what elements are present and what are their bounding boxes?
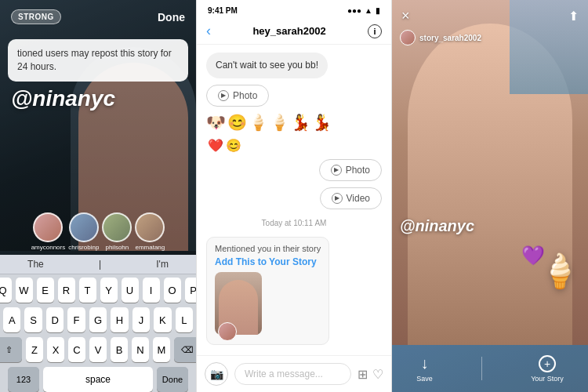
add-story-link[interactable]: Add This to Your Story — [215, 256, 321, 267]
dm-username: hey_sarah2002 — [217, 25, 361, 37]
key-p[interactable]: P — [185, 278, 197, 303]
key-space[interactable]: space — [43, 367, 153, 392]
key-b[interactable]: B — [111, 337, 128, 362]
key-f[interactable]: F — [67, 307, 85, 332]
key-numbers[interactable]: 123 — [8, 367, 39, 392]
mention-text: Mentioned you in their story — [215, 244, 321, 253]
photo-button-received[interactable]: ▶ Photo — [206, 85, 269, 107]
key-d[interactable]: D — [46, 307, 64, 332]
close-button[interactable]: × — [401, 8, 410, 24]
add-circle-icon: + — [539, 355, 556, 372]
key-u[interactable]: U — [122, 278, 139, 303]
message-input-bar: 📷 Write a message... ⊞ ♡ — [197, 355, 391, 392]
panel-story-mention: STRONG Done tioned users may repost this… — [0, 0, 196, 392]
media-icon-btn[interactable]: ⊞ — [358, 367, 368, 382]
story-avatars: amyconnors chrisrobinp philsohn emmatang — [0, 212, 196, 251]
keyboard[interactable]: The | I'm Q W E R T Y U I O P A S D F — [0, 255, 196, 392]
key-i[interactable]: I — [143, 278, 160, 303]
back-button[interactable]: ‹ — [206, 23, 211, 39]
key-t[interactable]: T — [79, 278, 96, 303]
photo-label: Photo — [233, 90, 257, 101]
avatar-circle-4 — [135, 212, 165, 242]
camera-button[interactable]: 📷 — [205, 362, 228, 386]
p3-avatar-tiny — [400, 30, 416, 45]
share-icon[interactable]: ⬆ — [568, 9, 579, 24]
battery-icon: ▮ — [376, 6, 380, 15]
suggestion-divider: | — [91, 259, 109, 270]
key-shift[interactable]: ⇧ — [0, 337, 22, 362]
avatar-item-1[interactable]: amyconnors — [31, 212, 66, 251]
add-story-icon: + — [539, 355, 556, 372]
messages-list: Can't wait to see you bb! ▶ Photo 🐶 😊 🍦 … — [197, 45, 391, 355]
mention-handle: @ninanyc — [11, 86, 115, 111]
avatar-label-3: philsohn — [105, 244, 129, 251]
message-received-1: Can't wait to see you bb! — [206, 53, 328, 78]
key-c[interactable]: C — [68, 337, 85, 362]
avatar-item-2[interactable]: chrisrobinp — [68, 212, 99, 251]
heart-icon-btn[interactable]: ♡ — [372, 367, 383, 382]
key-s[interactable]: S — [24, 307, 42, 332]
key-h[interactable]: H — [111, 307, 128, 332]
tooltip-text: tioned users may repost this story for 2… — [17, 48, 172, 72]
avatar-label-4: emmatang — [135, 244, 165, 251]
message-input[interactable]: Write a message... — [234, 363, 351, 385]
key-k[interactable]: K — [154, 307, 171, 332]
key-l[interactable]: L — [176, 307, 193, 332]
timestamp: Today at 10:11 AM — [206, 219, 382, 227]
key-e[interactable]: E — [37, 278, 54, 303]
key-row-2: A S D F G H J K L — [3, 307, 193, 332]
key-v[interactable]: V — [89, 337, 107, 362]
heart-emoji: ❤️ — [208, 138, 223, 153]
emoji-icecream1: 🍦 — [249, 113, 268, 132]
key-o[interactable]: O — [164, 278, 181, 303]
photo-label-sent: Photo — [346, 165, 370, 176]
photo-icon-sent: ▶ — [331, 165, 342, 176]
key-q[interactable]: Q — [0, 278, 12, 303]
keyboard-suggestions: The | I'm — [0, 255, 196, 274]
avatar-circle-2 — [69, 212, 99, 242]
key-done[interactable]: Done — [157, 367, 188, 392]
dm-header: ‹ hey_sarah2002 i — [197, 18, 391, 45]
key-z[interactable]: Z — [26, 337, 43, 362]
panel-dm: 9:41 PM ●●● ▲ ▮ ‹ hey_sarah2002 i Can't … — [196, 0, 392, 392]
p3-sticker-icecream: 🍦 — [539, 252, 580, 290]
key-m[interactable]: M — [153, 337, 170, 362]
p3-your-story-action[interactable]: + Your Story — [531, 355, 564, 383]
avatar-item-4[interactable]: emmatang — [135, 212, 165, 251]
input-action-icons: ⊞ ♡ — [358, 367, 383, 382]
key-x[interactable]: X — [47, 337, 64, 362]
wifi-icon: ▲ — [365, 6, 372, 15]
emoji-icecream2: 🍦 — [270, 113, 289, 132]
status-bar: 9:41 PM ●●● ▲ ▮ — [197, 0, 391, 18]
emoji-dancer: 💃 — [291, 113, 310, 132]
avatar-item-3[interactable]: philsohn — [102, 212, 132, 251]
emoji-dog: 🐶 — [206, 113, 226, 132]
key-j[interactable]: J — [132, 307, 150, 332]
done-button[interactable]: Done — [158, 11, 185, 24]
key-g[interactable]: G — [89, 307, 107, 332]
p3-top-bar: × ⬆ — [392, 0, 588, 32]
message-text-1: Can't wait to see you bb! — [216, 60, 318, 71]
strong-badge: STRONG — [11, 9, 61, 24]
panel-story-preview: × ⬆ story_sarah2002 @ninanyc 💜 🍦 ↓ Save … — [392, 0, 588, 392]
key-w[interactable]: W — [16, 278, 33, 303]
key-r[interactable]: R — [58, 278, 75, 303]
video-button-sent[interactable]: ▶ Video — [320, 187, 382, 209]
p3-username: story_sarah2002 — [419, 34, 481, 42]
suggestion-im[interactable]: I'm — [148, 259, 176, 270]
video-icon-sent: ▶ — [332, 193, 343, 204]
suggestion-the[interactable]: The — [20, 259, 52, 270]
info-button[interactable]: i — [368, 24, 382, 38]
mention-tooltip: tioned users may repost this story for 2… — [8, 39, 188, 82]
p3-save-action[interactable]: ↓ Save — [416, 354, 433, 383]
key-y[interactable]: Y — [100, 278, 118, 303]
key-delete[interactable]: ⌫ — [174, 337, 196, 362]
emoji-message: 🐶 😊 🍦 🍦 💃 💃 — [206, 113, 382, 132]
bottom-divider — [481, 357, 482, 380]
key-a[interactable]: A — [3, 307, 20, 332]
emoji-smile: 😊 — [227, 113, 247, 132]
save-label: Save — [416, 375, 433, 383]
photo-button-sent[interactable]: ▶ Photo — [319, 159, 382, 181]
key-n[interactable]: N — [132, 337, 149, 362]
emoji-dancer2: 💃 — [312, 113, 332, 132]
